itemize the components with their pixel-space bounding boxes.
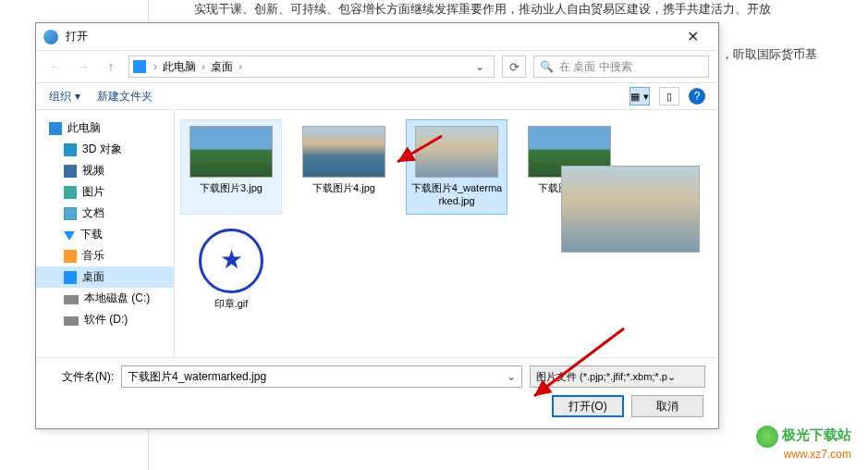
chevron-right-icon: › bbox=[237, 60, 244, 73]
sidebar-item-图片[interactable]: 图片 bbox=[36, 181, 174, 203]
breadcrumb-dropdown[interactable]: ⌄ bbox=[470, 60, 490, 73]
new-folder-button[interactable]: 新建文件夹 bbox=[97, 89, 153, 105]
file-name: 下载图片4_watermarked.jpg bbox=[410, 181, 503, 208]
watermark-name: 极光下载站 bbox=[782, 427, 851, 442]
dialog-title: 打开 bbox=[66, 29, 674, 44]
pic-icon bbox=[64, 186, 77, 199]
cancel-button[interactable]: 取消 bbox=[631, 395, 703, 417]
filename-label: 文件名(N): bbox=[49, 369, 114, 385]
breadcrumb-thispc[interactable]: 此电脑 bbox=[159, 59, 200, 75]
video-icon bbox=[64, 165, 77, 178]
sidebar-item-此电脑[interactable]: 此电脑 bbox=[36, 118, 174, 139]
sidebar-item-label: 3D 对象 bbox=[82, 142, 122, 157]
file-list: 下载图片3.jpg下载图片4.jpg下载图片4_watermarked.jpg下… bbox=[175, 110, 718, 357]
desk-icon bbox=[64, 271, 77, 284]
file-name: 下载图片4.jpg bbox=[312, 181, 375, 194]
pc-icon bbox=[133, 60, 146, 73]
sidebar-item-label: 此电脑 bbox=[67, 120, 101, 136]
back-button[interactable]: ← bbox=[45, 56, 66, 77]
sidebar-item-桌面[interactable]: 桌面 bbox=[36, 266, 174, 288]
file-name: 下载图片3.jpg bbox=[200, 181, 263, 194]
refresh-button[interactable]: ⟳ bbox=[502, 56, 526, 78]
breadcrumb-desktop[interactable]: 桌面 bbox=[207, 59, 237, 75]
sidebar-item-label: 本地磁盘 (C:) bbox=[84, 291, 150, 306]
organize-menu[interactable]: 组织▾ bbox=[49, 89, 80, 105]
file-item[interactable]: 印章.gif bbox=[180, 222, 282, 316]
sidebar-item-label: 音乐 bbox=[82, 248, 104, 264]
file-item[interactable]: 下载图片4_watermarked.jpg bbox=[406, 119, 507, 215]
filter-text: 图片文件 (*.pjp;*.jfif;*.xbm;*.p bbox=[536, 370, 667, 384]
chevron-down-icon[interactable]: ⌄ bbox=[507, 370, 516, 383]
sidebar-item-软件 (D:)[interactable]: 软件 (D:) bbox=[36, 309, 174, 330]
toolbar: 组织▾ 新建文件夹 ▦ ▾ ▯ ? bbox=[36, 82, 718, 110]
close-button[interactable]: ✕ bbox=[674, 28, 711, 45]
dl-icon bbox=[64, 231, 75, 241]
file-thumbnail bbox=[302, 126, 385, 178]
watermark-logo-icon bbox=[756, 426, 778, 448]
sidebar-item-本地磁盘 (C:)[interactable]: 本地磁盘 (C:) bbox=[36, 288, 174, 309]
doc-icon bbox=[64, 207, 77, 220]
open-file-dialog: 打开 ✕ ← → ↑ › 此电脑 › 桌面 › ⌄ ⟳ 🔍 在 桌面 中搜索 组… bbox=[35, 22, 719, 429]
chevron-right-icon: › bbox=[200, 60, 207, 73]
music-icon bbox=[64, 250, 77, 263]
forward-button[interactable]: → bbox=[73, 56, 93, 77]
background-text-2: ，听取国际货币基 bbox=[721, 46, 817, 63]
file-thumbnail bbox=[189, 126, 273, 178]
navigation-bar: ← → ↑ › 此电脑 › 桌面 › ⌄ ⟳ 🔍 在 桌面 中搜索 bbox=[36, 51, 718, 82]
chevron-down-icon: ▾ bbox=[75, 90, 80, 103]
search-placeholder: 在 桌面 中搜索 bbox=[559, 59, 632, 75]
help-button[interactable]: ? bbox=[689, 88, 705, 105]
file-item[interactable]: 下载图片3.jpg bbox=[180, 119, 282, 215]
sidebar-item-音乐[interactable]: 音乐 bbox=[36, 245, 174, 266]
sidebar-item-label: 下载 bbox=[80, 227, 103, 242]
cube-icon bbox=[64, 143, 77, 156]
filename-input[interactable]: 下载图片4_watermarked.jpg ⌄ bbox=[121, 365, 522, 388]
breadcrumb[interactable]: › 此电脑 › 桌面 › ⌄ bbox=[128, 56, 495, 78]
file-thumbnail bbox=[199, 229, 263, 293]
pc-icon bbox=[49, 122, 62, 135]
bottom-panel: 文件名(N): 下载图片4_watermarked.jpg ⌄ 图片文件 (*.… bbox=[36, 357, 718, 428]
sidebar-item-label: 文档 bbox=[82, 205, 104, 221]
background-text: 实现干课、创新、可持续、包容增长方面继续发挥重要作用，推动业人自由贸易区建设，携… bbox=[185, 0, 850, 19]
sidebar-item-label: 视频 bbox=[82, 163, 104, 179]
disk-icon bbox=[64, 316, 79, 326]
filename-value: 下载图片4_watermarked.jpg bbox=[128, 369, 266, 385]
file-name: 印章.gif bbox=[214, 297, 249, 310]
titlebar: 打开 ✕ bbox=[36, 23, 718, 51]
preview-thumbnail bbox=[561, 166, 700, 253]
view-thumbnails-button[interactable]: ▦ ▾ bbox=[630, 87, 650, 105]
watermark-url: www.xz7.com bbox=[756, 448, 851, 461]
sidebar-item-label: 图片 bbox=[82, 184, 104, 200]
sidebar-item-文档[interactable]: 文档 bbox=[36, 203, 174, 224]
file-type-filter[interactable]: 图片文件 (*.pjp;*.jfif;*.xbm;*.p ⌄ bbox=[530, 365, 705, 388]
file-thumbnail bbox=[415, 126, 498, 178]
chevron-down-icon[interactable]: ⌄ bbox=[667, 371, 676, 383]
watermark: 极光下载站 www.xz7.com bbox=[756, 426, 851, 461]
disk-icon bbox=[64, 295, 79, 304]
search-icon: 🔍 bbox=[540, 60, 554, 73]
sidebar: 此电脑3D 对象视频图片文档下载音乐桌面本地磁盘 (C:)软件 (D:) bbox=[36, 110, 175, 357]
chevron-right-icon: › bbox=[152, 60, 159, 73]
sidebar-item-下载[interactable]: 下载 bbox=[36, 224, 174, 245]
open-button[interactable]: 打开(O) bbox=[552, 395, 624, 417]
search-input[interactable]: 🔍 在 桌面 中搜索 bbox=[533, 56, 709, 78]
sidebar-item-label: 软件 (D:) bbox=[84, 312, 128, 328]
app-icon bbox=[43, 30, 58, 44]
sidebar-item-视频[interactable]: 视频 bbox=[36, 160, 174, 181]
file-item[interactable]: 下载图片4.jpg bbox=[293, 119, 395, 215]
view-details-button[interactable]: ▯ bbox=[659, 87, 679, 105]
sidebar-item-label: 桌面 bbox=[82, 269, 104, 285]
up-button[interactable]: ↑ bbox=[101, 56, 121, 77]
sidebar-item-3D 对象[interactable]: 3D 对象 bbox=[36, 139, 174, 160]
